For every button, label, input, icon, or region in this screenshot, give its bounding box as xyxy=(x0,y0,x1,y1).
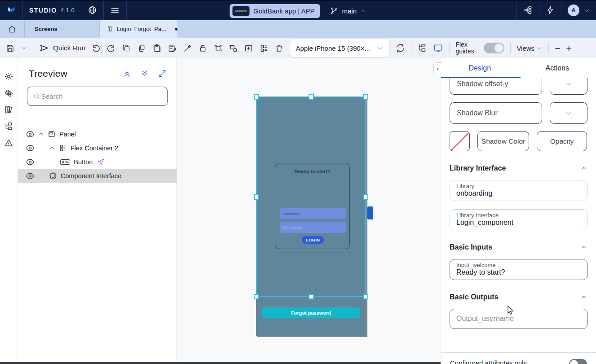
warnings-button[interactable] xyxy=(4,138,13,148)
forgot-password-button[interactable]: Forgot password xyxy=(262,307,360,318)
configured-attributes-toggle[interactable] xyxy=(569,359,587,364)
section-library-interface[interactable]: Library Interface xyxy=(450,164,587,172)
eye-icon[interactable] xyxy=(26,130,35,139)
collapse-chevron[interactable] xyxy=(38,131,44,137)
no-color-swatch[interactable] xyxy=(450,131,470,151)
api-button[interactable] xyxy=(4,88,13,98)
resize-handle[interactable] xyxy=(254,294,259,299)
section-basic-outputs[interactable]: Basic Outputs xyxy=(450,293,587,301)
tree-icon xyxy=(4,122,13,131)
brush-button[interactable] xyxy=(183,44,192,53)
duplicate-button[interactable] xyxy=(122,44,131,53)
workspace-bottom-scrollbar[interactable] xyxy=(0,362,441,364)
search-input[interactable] xyxy=(41,92,162,100)
eye-icon[interactable] xyxy=(26,144,35,153)
expand-panel-button[interactable] xyxy=(158,69,167,78)
top-bar: STUDIO 4.1.0 GoldBank GoldBank app | APP… xyxy=(0,0,596,20)
tab-screens[interactable]: Screens xyxy=(25,20,100,38)
selection-outline[interactable] xyxy=(256,96,366,297)
design-canvas[interactable]: Ready to start? Username Password LOGIN … xyxy=(177,58,441,364)
device-preview-button[interactable] xyxy=(433,43,443,53)
undo-button[interactable] xyxy=(91,44,101,53)
library-button[interactable] xyxy=(4,105,13,114)
paste-button[interactable] xyxy=(152,44,162,53)
flex-guides-toggle[interactable] xyxy=(484,43,504,53)
eye-icon[interactable] xyxy=(26,171,35,180)
panel-collapse-button[interactable]: › xyxy=(433,62,441,74)
eye-icon[interactable] xyxy=(26,158,35,167)
styles-button[interactable] xyxy=(168,44,177,53)
collapse-all-icon xyxy=(123,69,132,78)
zoom-in-button[interactable]: + xyxy=(566,44,571,53)
shadow-offset-y-field[interactable]: Shadow offset-y xyxy=(450,78,542,95)
shadow-offset-y-unit-dropdown[interactable] xyxy=(550,78,587,95)
chevron-down-icon xyxy=(21,45,27,51)
resize-handle[interactable] xyxy=(363,94,368,100)
delete-button[interactable] xyxy=(274,44,284,53)
redo-button[interactable] xyxy=(106,44,116,53)
account-menu[interactable]: A xyxy=(561,0,596,20)
tree-search[interactable] xyxy=(27,87,168,106)
library-field[interactable]: Library onboarding xyxy=(450,180,587,201)
tab-design[interactable]: Design xyxy=(441,58,519,78)
tree-button[interactable] xyxy=(4,122,13,131)
resize-handle[interactable] xyxy=(309,294,314,299)
copy-button[interactable] xyxy=(137,44,146,53)
eye-icon xyxy=(26,144,35,153)
branch-icon xyxy=(330,7,338,15)
home-tab[interactable] xyxy=(0,20,25,38)
tree-item-panel[interactable]: Panel xyxy=(18,127,177,141)
branch-selector[interactable]: main xyxy=(330,7,366,15)
section-collapse-button[interactable] xyxy=(580,244,587,251)
main-menu-button[interactable] xyxy=(104,0,127,20)
device-selector[interactable]: Apple iPhone 15 (390×... xyxy=(290,39,389,57)
resize-handle[interactable] xyxy=(254,194,259,200)
tree-item-flex-container[interactable]: Flex Container 2 xyxy=(18,141,177,155)
resize-handle[interactable] xyxy=(309,94,314,100)
tree-item-component-interface[interactable]: Component Interface xyxy=(18,169,177,183)
library-interface-field[interactable]: Library Interface Login_component xyxy=(450,209,587,230)
toolbar-divider xyxy=(33,43,33,53)
quick-run-button[interactable]: Quick Run xyxy=(39,43,85,53)
integrations-button[interactable] xyxy=(517,0,539,20)
zoom-out-button[interactable]: − xyxy=(555,44,560,53)
tab-login-forgot[interactable]: Login_Forgot_Pa... xyxy=(100,20,177,38)
quick-actions-button[interactable] xyxy=(539,0,561,20)
save-button[interactable] xyxy=(5,44,15,53)
toolbar: Quick Run Apple iPhone 15 (390×... xyxy=(0,38,596,58)
refresh-button[interactable] xyxy=(395,43,405,53)
settings-button[interactable] xyxy=(4,72,13,81)
resize-handle[interactable] xyxy=(363,294,368,299)
chevron-up-icon xyxy=(38,131,44,137)
components-button[interactable] xyxy=(259,44,269,53)
lock-button[interactable] xyxy=(198,44,207,53)
device-preview-icon xyxy=(433,43,443,53)
resize-handle[interactable] xyxy=(363,194,368,200)
section-basic-inputs[interactable]: Basic Inputs xyxy=(450,243,587,251)
add-frame-button[interactable] xyxy=(244,44,253,53)
output-username-field[interactable]: Output_username xyxy=(450,309,587,329)
app-logo[interactable] xyxy=(0,0,23,20)
shadow-blur-unit-dropdown[interactable] xyxy=(550,102,587,124)
save-options-button[interactable] xyxy=(21,45,27,51)
group-button[interactable] xyxy=(213,44,223,53)
collapse-all-button[interactable] xyxy=(123,69,132,78)
tree-item-button[interactable]: BTN Button xyxy=(18,155,177,169)
section-collapse-button[interactable] xyxy=(580,294,587,301)
treeview-toggle-button[interactable] xyxy=(417,43,427,53)
ungroup-button[interactable] xyxy=(229,44,238,53)
collapse-chevron[interactable] xyxy=(49,145,55,151)
tab-actions[interactable]: Actions xyxy=(519,58,596,78)
views-dropdown[interactable]: Views xyxy=(517,44,543,52)
shadow-color-button[interactable]: Shadow Color xyxy=(477,131,529,151)
resize-handle[interactable] xyxy=(254,94,259,100)
chevron-down-icon xyxy=(377,45,384,52)
expand-all-button[interactable] xyxy=(140,69,149,78)
opacity-button[interactable]: Opacity xyxy=(537,131,587,151)
language-button[interactable] xyxy=(81,0,104,20)
app-badge[interactable]: GoldBank GoldBank app | APP xyxy=(230,4,320,18)
input-welcome-field[interactable]: Input_welcome Ready to start? xyxy=(450,259,587,280)
section-collapse-button[interactable] xyxy=(580,165,587,172)
shadow-blur-field[interactable]: Shadow Blur xyxy=(450,102,542,124)
canvas-scroll-handle[interactable] xyxy=(367,206,373,219)
